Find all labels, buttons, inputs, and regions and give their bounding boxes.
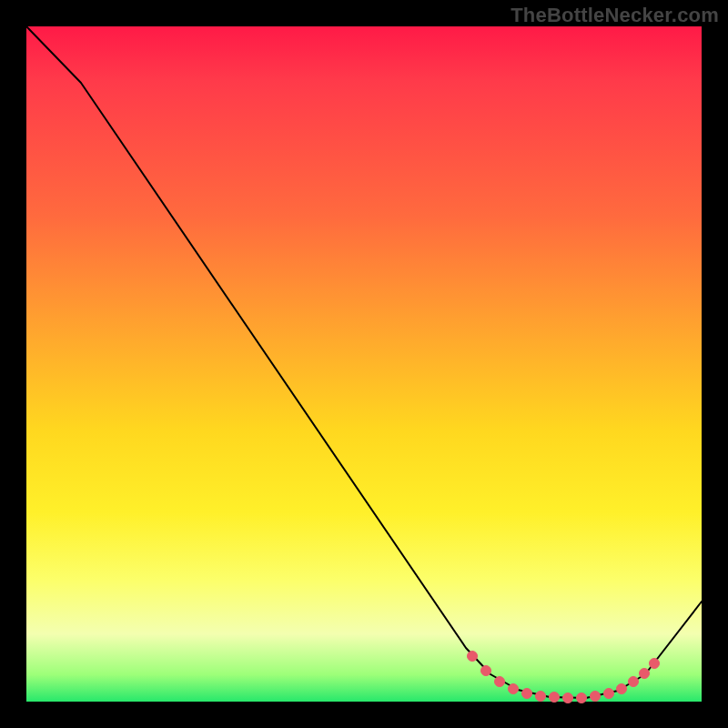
curve-dot: [617, 684, 627, 694]
curve-dot: [550, 693, 560, 703]
curve-dot: [495, 677, 505, 687]
chart-frame: TheBottleNecker.com: [0, 0, 728, 728]
curve-svg: [26, 26, 702, 702]
curve-dot: [522, 689, 532, 699]
watermark-text: TheBottleNecker.com: [511, 4, 719, 27]
curve-dot: [577, 693, 587, 703]
bottleneck-curve: [26, 26, 702, 698]
curve-dot: [481, 666, 491, 676]
curve-dot: [563, 693, 573, 703]
curve-dot: [650, 659, 660, 669]
curve-dot: [536, 692, 546, 702]
curve-dot: [509, 684, 519, 694]
curve-dot: [629, 677, 639, 687]
curve-dot: [591, 692, 601, 702]
curve-dot: [604, 689, 614, 699]
curve-dot: [640, 669, 650, 679]
plot-area: [26, 26, 702, 702]
curve-dot: [468, 652, 478, 662]
